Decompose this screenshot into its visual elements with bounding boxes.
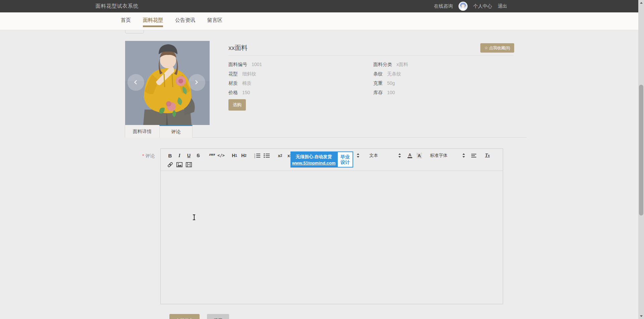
submit-button[interactable]: 立即提交 xyxy=(169,314,200,319)
required-mark: * xyxy=(142,153,144,158)
blockquote-button[interactable]: ”” xyxy=(207,152,216,159)
updown-arrow-icon xyxy=(357,153,360,158)
product-image-carousel xyxy=(125,41,210,125)
field-stock: 库存 100 xyxy=(373,88,408,97)
image-button[interactable] xyxy=(175,161,184,168)
triangle-down-icon xyxy=(640,315,643,317)
user-avatar[interactable] xyxy=(459,2,468,11)
underline-button[interactable]: U xyxy=(184,152,194,159)
topbar-right: 在线咨询 个人中心 退出 xyxy=(434,2,507,11)
product-fields-right: 面料分类 x面料 条纹 无条纹 克重 50g 库存 100 xyxy=(373,60,408,97)
carousel-prev-button[interactable] xyxy=(127,74,144,91)
updown-arrow-icon xyxy=(398,153,401,158)
nav-item-message-board[interactable]: 留言区 xyxy=(207,12,222,27)
watermark-ad-text[interactable]: 无须担心.自动发货 www.51topmind.com xyxy=(290,151,337,168)
profile-link[interactable]: 个人中心 xyxy=(473,3,492,9)
heading2-button[interactable]: H2 xyxy=(239,152,249,159)
line-height-dropdown-arrow[interactable] xyxy=(353,152,363,159)
link-button[interactable] xyxy=(165,161,175,168)
background-color-button[interactable]: A xyxy=(415,152,424,159)
paragraph-format-dropdown[interactable]: 文本 xyxy=(369,152,401,159)
editor-content-area[interactable] xyxy=(161,171,503,305)
align-icon xyxy=(471,153,477,158)
favorite-label: 点我收藏(8) xyxy=(489,45,510,51)
star-icon: ☆ xyxy=(484,46,488,50)
heading1-button[interactable]: H1 xyxy=(230,152,239,159)
tab-fabric-detail[interactable]: 面料详情 xyxy=(125,125,159,138)
code-button[interactable]: </> xyxy=(216,152,226,159)
ordered-list-button[interactable]: 1 2 3 xyxy=(253,152,262,159)
chevron-right-icon xyxy=(194,80,198,84)
alignment-button[interactable] xyxy=(469,152,479,159)
scrollbar-thumb[interactable] xyxy=(639,85,643,215)
page: 面料花型试衣系统 在线咨询 个人中心 退出 首页 面料花型 公告资讯 留言区 xyxy=(0,0,644,319)
subscript-button[interactable]: x2 xyxy=(275,152,285,159)
watermark-url: www.51topmind.com xyxy=(292,161,336,166)
reset-button[interactable]: 重置 xyxy=(207,314,229,319)
tab-comments[interactable]: 评论 xyxy=(159,125,193,138)
text-cursor-icon xyxy=(193,214,196,220)
field-price: 价格 150 xyxy=(228,88,262,97)
title-divider xyxy=(228,55,514,56)
italic-button[interactable]: I xyxy=(175,152,184,159)
main-nav: 首页 面料花型 公告资讯 留言区 xyxy=(0,12,638,30)
video-icon xyxy=(186,162,192,167)
bold-button[interactable]: B xyxy=(165,152,175,159)
carousel-next-button[interactable] xyxy=(189,74,205,91)
svg-text:3: 3 xyxy=(254,156,255,158)
field-fabric-code: 面料编号 1001 xyxy=(228,60,262,69)
nav-item-news[interactable]: 公告资讯 xyxy=(175,12,195,27)
topbar: 面料花型试衣系统 在线咨询 个人中心 退出 xyxy=(0,0,638,12)
product-title: xx面料 xyxy=(228,44,248,52)
app-title: 面料花型试衣系统 xyxy=(96,3,139,9)
scrollbar-up-button[interactable] xyxy=(638,0,644,6)
nav-item-fabric-pattern[interactable]: 面料花型 xyxy=(143,12,163,27)
favorite-button[interactable]: ☆ 点我收藏(8) xyxy=(480,43,514,53)
field-stripe: 条纹 无条纹 xyxy=(373,69,408,78)
ordered-list-icon: 1 2 3 xyxy=(254,153,260,158)
field-category: 面料分类 x面料 xyxy=(373,60,408,69)
online-service-link[interactable]: 在线咨询 xyxy=(434,3,453,9)
partial-cutoff-button[interactable] xyxy=(125,30,144,34)
clear-format-button[interactable]: Tx xyxy=(483,152,492,159)
link-icon xyxy=(167,162,173,168)
field-weight: 克重 50g xyxy=(373,78,408,88)
watermark-badge: 毕业 设计 xyxy=(337,151,353,168)
avatar-image xyxy=(459,2,468,11)
comment-field-label: *评论 xyxy=(142,153,155,159)
image-icon xyxy=(176,162,182,167)
font-color-button[interactable]: A xyxy=(405,152,415,159)
unordered-list-icon xyxy=(264,153,270,158)
updown-arrow-icon xyxy=(462,153,465,158)
field-pattern: 花型 细斜纹 xyxy=(228,69,262,78)
logout-link[interactable]: 退出 xyxy=(498,3,507,9)
page-scrollbar[interactable] xyxy=(638,0,644,319)
field-material: 材质 棉质 xyxy=(228,78,262,88)
video-button[interactable] xyxy=(184,161,194,168)
product-fields-left: 面料编号 1001 花型 细斜纹 材质 棉质 价格 150 xyxy=(228,60,262,97)
comment-editor: B I U S ”” </> H1 H2 1 2 3 xyxy=(160,148,503,304)
triangle-up-icon xyxy=(640,2,643,4)
scrollbar-down-button[interactable] xyxy=(638,313,644,319)
watermark-ad[interactable]: 无须担心.自动发货 www.51topmind.com 毕业 设计 xyxy=(290,151,353,168)
nav-item-home[interactable]: 首页 xyxy=(121,12,131,27)
chevron-left-icon xyxy=(134,80,139,84)
buy-button[interactable]: 选购 xyxy=(228,99,246,111)
unordered-list-button[interactable] xyxy=(262,152,271,159)
detail-tabbar: 面料详情 评论 xyxy=(125,125,527,138)
font-family-dropdown[interactable]: 标准字体 xyxy=(430,152,465,159)
strikethrough-button[interactable]: S xyxy=(194,152,203,159)
